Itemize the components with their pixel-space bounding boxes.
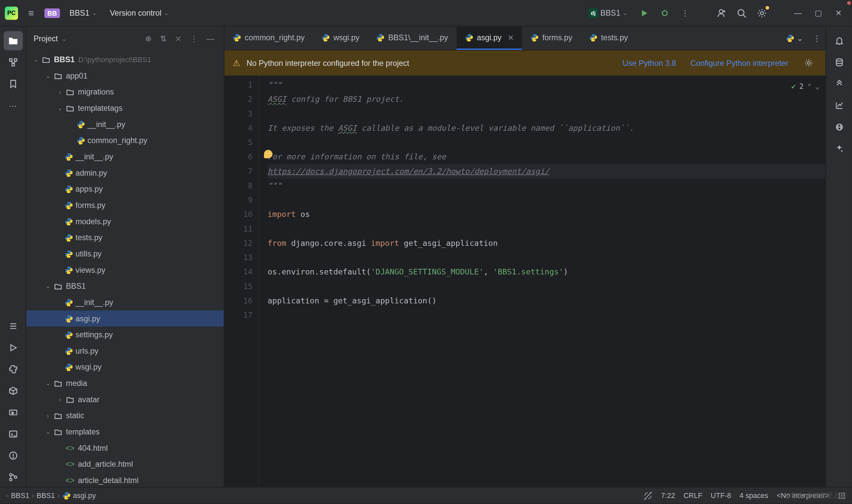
configure-interpreter-link[interactable]: Configure Python interpreter xyxy=(691,58,788,68)
database-tool-button[interactable] xyxy=(829,53,849,72)
django-icon: dj xyxy=(588,8,598,18)
intention-bulb-icon[interactable] xyxy=(264,150,272,158)
tree-item-views-py[interactable]: views.py xyxy=(26,262,224,278)
line-separator[interactable]: CRLF xyxy=(683,491,702,500)
debug-button[interactable] xyxy=(656,5,673,21)
tree-item-avatar[interactable]: ›avatar xyxy=(26,392,224,408)
project-tree[interactable]: ⌄BBS1D:\pythonproject\BBS1⌄app01›migrati… xyxy=(26,50,224,487)
line-gutter[interactable]: 1234567891011121314151617 xyxy=(224,75,259,487)
plots-tool-button[interactable] xyxy=(829,96,849,115)
settings-button[interactable] xyxy=(753,5,770,21)
code-editor[interactable]: 1234567891011121314151617 ✔ 2 ⌃ ⌄ """ASG… xyxy=(224,75,826,487)
hide-panel-button[interactable]: — xyxy=(204,32,217,45)
tree-item-settings-py[interactable]: settings.py xyxy=(26,327,224,343)
tree-item-apps-py[interactable]: apps.py xyxy=(26,181,224,197)
tree-item-add-article-html[interactable]: <>add_article.html xyxy=(26,456,224,472)
inspection-widget[interactable]: ✔ 2 ⌃ ⌄ xyxy=(792,79,820,93)
search-button[interactable] xyxy=(733,5,750,21)
indent-config[interactable]: 4 spaces xyxy=(740,491,768,500)
tree-item-app01[interactable]: ⌄app01 xyxy=(26,68,224,84)
navigation-breadcrumb[interactable]: ▫ BBS1 › BBS1 › asgi.py xyxy=(6,491,96,500)
vcs-tool-button[interactable] xyxy=(3,468,23,487)
tab-overflow-button[interactable]: ⌄ xyxy=(781,26,808,50)
svg-point-9 xyxy=(738,9,744,15)
tree-item-article-detail-html[interactable]: <>article_detail.html xyxy=(26,472,224,487)
more-actions-button[interactable]: ⋮ xyxy=(677,5,694,21)
breadcrumb-item[interactable]: BBS1 xyxy=(11,491,29,500)
tree-item---init---py[interactable]: __init__.py xyxy=(26,149,224,165)
tree-item-admin-py[interactable]: admin.py xyxy=(26,165,224,181)
indexing-icon[interactable] xyxy=(643,491,653,500)
collapse-all-button[interactable]: ⤫ xyxy=(173,32,184,45)
maximize-button[interactable]: ▢ xyxy=(810,5,827,21)
editor-tab-wsgi-py[interactable]: wsgi.py xyxy=(313,26,368,50)
problems-tool-button[interactable] xyxy=(3,446,23,465)
python-packages-button[interactable] xyxy=(3,381,23,400)
editor-tabs: common_right.pywsgi.pyBBS1\__init__.pyas… xyxy=(224,26,826,50)
breadcrumb-item[interactable]: asgi.py xyxy=(73,491,96,500)
tree-item-BBS1[interactable]: ⌄BBS1D:\pythonproject\BBS1 xyxy=(26,52,224,68)
project-panel-header: Project ⌄ ⊕ ⇅ ⤫ ⋮ — xyxy=(26,26,224,50)
tree-item-asgi-py[interactable]: asgi.py xyxy=(26,310,224,327)
tree-item-utills-py[interactable]: utills.py xyxy=(26,246,224,262)
code-content[interactable]: ✔ 2 ⌃ ⌄ """ASGI config for BBS1 project.… xyxy=(259,75,825,487)
file-encoding[interactable]: UTF-8 xyxy=(711,491,731,500)
editor-tab-forms-py[interactable]: forms.py xyxy=(522,26,581,50)
breadcrumb-item[interactable]: BBS1 xyxy=(37,491,55,500)
project-selector[interactable]: BBS1 ⌄ xyxy=(66,6,100,20)
tree-item-static[interactable]: ›static xyxy=(26,408,224,424)
ai-assistant-button[interactable] xyxy=(829,139,849,158)
services-tool-button[interactable] xyxy=(3,403,23,422)
editor-tab-asgi-py[interactable]: asgi.py✕ xyxy=(456,26,522,50)
tree-item---init---py[interactable]: __init__.py xyxy=(26,294,224,311)
tree-item-tests-py[interactable]: tests.py xyxy=(26,230,224,246)
tree-item---init---py[interactable]: __init__.py xyxy=(26,116,224,133)
close-window-button[interactable]: ✕ xyxy=(830,5,847,21)
tree-item-urls-py[interactable]: urls.py xyxy=(26,343,224,359)
tree-item-BBS1[interactable]: ⌄BBS1 xyxy=(26,278,224,294)
notifications-tool-button[interactable] xyxy=(829,31,849,51)
tree-item-models-py[interactable]: models.py xyxy=(26,214,224,230)
interpreter-notification: ⚠ No Python interpreter configured for t… xyxy=(224,50,826,75)
run-button[interactable] xyxy=(636,5,653,21)
right-tool-rail xyxy=(826,26,852,487)
bookmarks-tool-button[interactable] xyxy=(3,74,23,93)
editor-tab-BBS1---init---py[interactable]: BBS1\__init__.py xyxy=(368,26,456,50)
tree-item-migrations[interactable]: ›migrations xyxy=(26,84,224,100)
tree-item-wsgi-py[interactable]: wsgi.py xyxy=(26,359,224,375)
chevron-down-icon[interactable]: ⌄ xyxy=(815,79,819,93)
chevron-down-icon[interactable]: ⌄ xyxy=(62,35,66,41)
cursor-position[interactable]: 7:22 xyxy=(661,491,675,500)
chevron-up-icon[interactable]: ⌃ xyxy=(807,79,812,93)
tree-item-forms-py[interactable]: forms.py xyxy=(26,197,224,214)
more-tools-button[interactable]: ⋯ xyxy=(3,96,23,115)
python-console-button[interactable] xyxy=(3,360,23,379)
minimize-button[interactable]: — xyxy=(789,5,806,21)
tree-item-media[interactable]: ⌄media xyxy=(26,375,224,392)
panel-options-button[interactable]: ⋮ xyxy=(188,32,201,45)
terminal-tool-button[interactable] xyxy=(3,425,23,444)
select-opened-file-button[interactable]: ⊕ xyxy=(143,32,154,45)
tree-item-templatetags[interactable]: ⌄templatetags xyxy=(26,100,224,116)
tab-options-button[interactable]: ⋮ xyxy=(808,26,825,50)
endpoints-tool-button[interactable] xyxy=(829,118,849,137)
project-tool-button[interactable] xyxy=(3,31,23,51)
tree-item-templates[interactable]: ⌄templates xyxy=(26,424,224,440)
editor-tab-common-right-py[interactable]: common_right.py xyxy=(224,26,313,50)
close-tab-button[interactable]: ✕ xyxy=(508,33,514,41)
sciview-tool-button[interactable] xyxy=(829,74,849,93)
structure-tool-button[interactable] xyxy=(3,53,23,72)
tree-item-404-html[interactable]: <>404.html xyxy=(26,440,224,456)
main-menu-button[interactable]: ≡ xyxy=(23,5,39,21)
editor-tab-tests-py[interactable]: tests.py xyxy=(581,26,636,50)
run-config-selector[interactable]: dj BBS1 ⌄ xyxy=(584,7,632,19)
run-tool-button[interactable] xyxy=(3,338,23,357)
tree-item-common-right-py[interactable]: common_right.py xyxy=(26,132,224,149)
expand-all-button[interactable]: ⇅ xyxy=(158,32,169,45)
todo-tool-button[interactable] xyxy=(3,317,23,336)
vcs-menu[interactable]: Version control ⌄ xyxy=(106,6,172,20)
project-name: BBS1 xyxy=(70,8,90,17)
notification-settings-button[interactable] xyxy=(800,55,817,71)
code-with-me-button[interactable] xyxy=(713,5,729,21)
use-python-link[interactable]: Use Python 3.8 xyxy=(623,58,676,68)
